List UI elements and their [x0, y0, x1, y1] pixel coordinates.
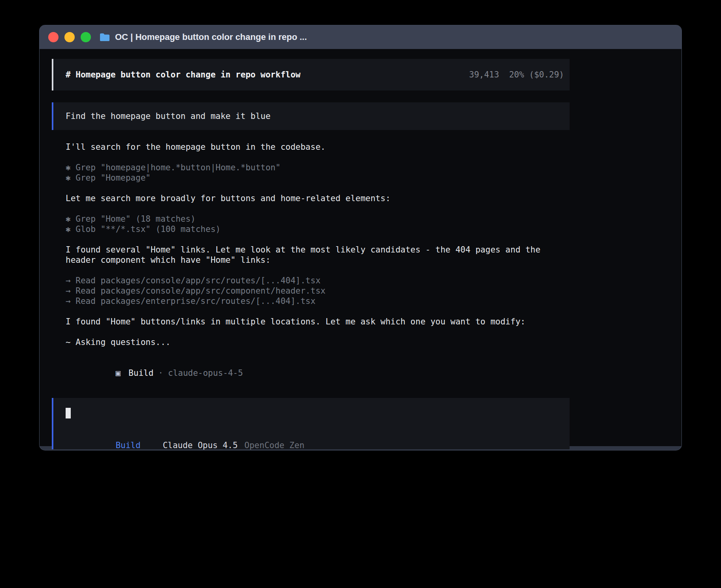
tool-activity: ✱ Grep "homepage|home.*button|Home.*butt… — [66, 162, 570, 183]
transcript-line: ✱ Grep "Homepage" — [66, 173, 570, 183]
transcript-line: ✱ Glob "**/*.tsx" (100 matches) — [66, 224, 570, 234]
transcript-line: Let me search more broadly for buttons a… — [66, 193, 570, 204]
transcript-line: → Read packages/console/app/src/routes/[… — [66, 275, 570, 286]
terminal-body: # Homepage button color change in repo w… — [40, 49, 681, 446]
transcript-line: I found several "Home" links. Let me loo… — [66, 245, 570, 255]
user-message: Find the homepage button and make it blu… — [52, 102, 570, 130]
session-title: # Homepage button color change in repo w… — [66, 70, 300, 79]
transcript-line: I'll search for the homepage button in t… — [66, 142, 570, 152]
prompt-model: Claude Opus 4.5 — [163, 441, 238, 450]
assistant-message: Let me search more broadly for buttons a… — [66, 193, 570, 204]
folder-icon — [99, 32, 110, 42]
user-message-text: Find the homepage button and make it blu… — [66, 111, 270, 121]
prompt-input[interactable]: BuildClaude Opus 4.5OpenCode Zen — [52, 398, 570, 449]
agent-status-separator: · — [158, 368, 163, 378]
zoom-button[interactable] — [81, 32, 91, 42]
transcript-line: → Read packages/console/app/src/componen… — [66, 286, 570, 296]
close-button[interactable] — [48, 32, 59, 42]
transcript-line: ✱ Grep "Home" (18 matches) — [66, 214, 570, 224]
window-title: OC | Homepage button color change in rep… — [115, 32, 307, 42]
assistant-message: I'll search for the homepage button in t… — [66, 142, 570, 152]
prompt-provider: OpenCode Zen — [244, 441, 304, 450]
transcript-line: header component which have "Home" links… — [66, 255, 570, 265]
terminal-window: OC | Homepage button color change in rep… — [39, 25, 682, 450]
prompt-agent: Build — [115, 441, 140, 450]
tool-activity: → Read packages/console/app/src/routes/[… — [66, 275, 570, 306]
agent-status-model: claude-opus-4-5 — [168, 368, 243, 378]
agent-square-icon: ▣ — [115, 368, 121, 378]
assistant-message: ~ Asking questions... — [66, 337, 570, 347]
transcript-line: ✱ Grep "homepage|home.*button|Home.*butt… — [66, 162, 570, 173]
titlebar[interactable]: OC | Homepage button color change in rep… — [40, 25, 681, 49]
prompt-status-row: BuildClaude Opus 4.5OpenCode Zen — [66, 430, 557, 450]
transcript-line: → Read packages/enterprise/src/routes/[.… — [66, 296, 570, 306]
transcript: I'll search for the homepage button in t… — [52, 142, 570, 388]
session-header: # Homepage button color change in repo w… — [52, 59, 570, 90]
text-cursor — [66, 408, 71, 418]
transcript-paragraphs: I'll search for the homepage button in t… — [66, 142, 570, 347]
assistant-message: I found several "Home" links. Let me loo… — [66, 245, 570, 265]
transcript-line: I found "Home" buttons/links in multiple… — [66, 317, 570, 327]
session-stats: 39,413 20% ($0.29) — [469, 70, 564, 79]
tool-activity: ✱ Grep "Home" (18 matches)✱ Glob "**/*.t… — [66, 214, 570, 234]
agent-status-row: ▣Build·claude-opus-4-5 — [66, 358, 570, 388]
transcript-line: ~ Asking questions... — [66, 337, 570, 347]
assistant-message: I found "Home" buttons/links in multiple… — [66, 317, 570, 327]
agent-status-name: Build — [128, 368, 153, 378]
minimize-button[interactable] — [64, 32, 75, 42]
